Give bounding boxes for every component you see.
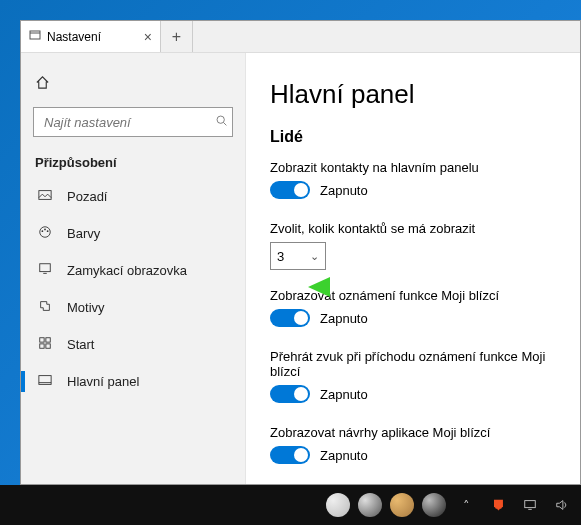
palette-icon [35,225,55,242]
picture-icon [35,188,55,205]
setting-label: Zobrazovat návrhy aplikace Moji blízcí [270,425,556,440]
taskbar-icon [35,373,55,390]
svg-rect-12 [46,338,50,342]
svg-point-6 [42,230,44,232]
settings-window: Nastavení × + Přizpůsobení Pozadí [20,20,581,485]
search-input[interactable] [42,114,215,131]
search-icon [215,114,228,130]
sidebar-item-label: Hlavní panel [67,374,139,389]
people-avatar-1[interactable] [325,492,351,518]
select-value: 3 [277,249,284,264]
setting-label: Zobrazovat oznámení funkce Moji blízcí [270,288,556,303]
window-body: Přizpůsobení Pozadí Barvy Zamykací obraz… [21,53,580,484]
toggle-track [270,385,310,403]
home-icon[interactable] [21,71,245,101]
svg-point-5 [40,227,51,238]
sidebar-item-hlavni-panel[interactable]: Hlavní panel [21,363,245,400]
toggle-track [270,446,310,464]
toggle-thumb [294,183,308,197]
toggle-show-notif[interactable]: Zapnuto [270,309,368,327]
toggle-track [270,309,310,327]
themes-icon [35,299,55,316]
titlebar: Nastavení × + [21,21,580,53]
sidebar-item-label: Start [67,337,94,352]
chevron-down-icon: ⌄ [310,250,319,263]
sidebar-item-barvy[interactable]: Barvy [21,215,245,252]
tray-volume-icon[interactable] [549,492,575,518]
toggle-state: Zapnuto [320,448,368,463]
setting-play-sound: Přehrát zvuk při příchodu oznámení funkc… [270,349,556,407]
section-header: Lidé [270,128,556,146]
people-avatar-3[interactable] [389,492,415,518]
sidebar-item-label: Zamykací obrazovka [67,263,187,278]
tray-up-icon[interactable]: ˄ [453,492,479,518]
contact-count-select[interactable]: 3 ⌄ [270,242,326,270]
search-box[interactable] [33,107,233,137]
svg-line-3 [224,123,227,126]
sidebar: Přizpůsobení Pozadí Barvy Zamykací obraz… [21,53,246,484]
setting-show-sugg: Zobrazovat návrhy aplikace Moji blízcí Z… [270,425,556,468]
svg-rect-9 [40,264,51,272]
settings-window-icon [29,29,41,44]
window-tab[interactable]: Nastavení × [21,21,161,52]
sidebar-item-start[interactable]: Start [21,326,245,363]
toggle-state: Zapnuto [320,387,368,402]
sidebar-item-zamykaci[interactable]: Zamykací obrazovka [21,252,245,289]
toggle-show-sugg[interactable]: Zapnuto [270,446,368,464]
tray-security-icon[interactable]: ⛊ [485,492,511,518]
sidebar-item-label: Pozadí [67,189,107,204]
setting-show-contacts: Zobrazit kontakty na hlavním panelu Zapn… [270,160,556,203]
setting-label: Zobrazit kontakty na hlavním panelu [270,160,556,175]
svg-rect-14 [46,344,50,348]
setting-show-notif: Zobrazovat oznámení funkce Moji blízcí Z… [270,288,556,331]
svg-rect-13 [40,344,44,348]
toggle-show-contacts[interactable]: Zapnuto [270,181,368,199]
new-tab-button[interactable]: + [161,21,193,52]
taskbar: ˄ ⛊ [0,485,581,525]
sidebar-item-pozadi[interactable]: Pozadí [21,178,245,215]
svg-point-2 [217,116,224,123]
people-avatar-4[interactable] [421,492,447,518]
toggle-thumb [294,311,308,325]
sidebar-item-label: Barvy [67,226,100,241]
tab-title: Nastavení [47,30,101,44]
svg-rect-0 [30,31,40,39]
lock-screen-icon [35,262,55,279]
svg-rect-17 [525,501,536,508]
toggle-state: Zapnuto [320,183,368,198]
sidebar-item-label: Motivy [67,300,105,315]
setting-label: Přehrát zvuk při příchodu oznámení funkc… [270,349,556,379]
svg-point-8 [47,230,49,232]
toggle-track [270,181,310,199]
tray-network-icon[interactable] [517,492,543,518]
setting-label: Zvolit, kolik kontaktů se má zobrazit [270,221,556,236]
content-pane: Hlavní panel Lidé Zobrazit kontakty na h… [246,53,580,484]
people-avatar-2[interactable] [357,492,383,518]
start-icon [35,336,55,353]
toggle-state: Zapnuto [320,311,368,326]
toggle-thumb [294,387,308,401]
svg-rect-11 [40,338,44,342]
close-tab-icon[interactable]: × [144,29,152,45]
svg-point-7 [44,229,46,231]
sidebar-item-motivy[interactable]: Motivy [21,289,245,326]
svg-rect-4 [39,191,51,200]
toggle-thumb [294,448,308,462]
setting-choose-count: Zvolit, kolik kontaktů se má zobrazit 3 … [270,221,556,270]
toggle-play-sound[interactable]: Zapnuto [270,385,368,403]
page-title: Hlavní panel [270,79,556,110]
sidebar-category: Přizpůsobení [21,147,245,178]
